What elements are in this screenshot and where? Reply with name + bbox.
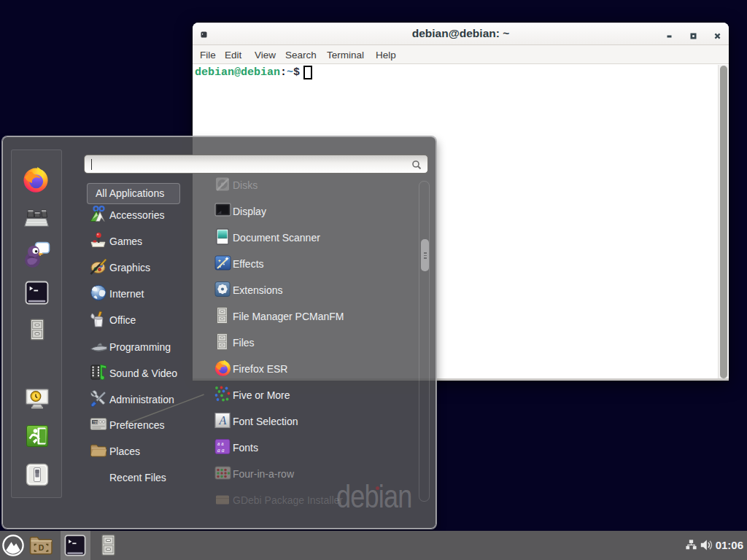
svg-text:789: 789 xyxy=(93,421,98,424)
svg-text:a a: a a xyxy=(217,447,225,454)
svg-text:A: A xyxy=(219,414,227,427)
svg-text:D: D xyxy=(39,543,44,552)
